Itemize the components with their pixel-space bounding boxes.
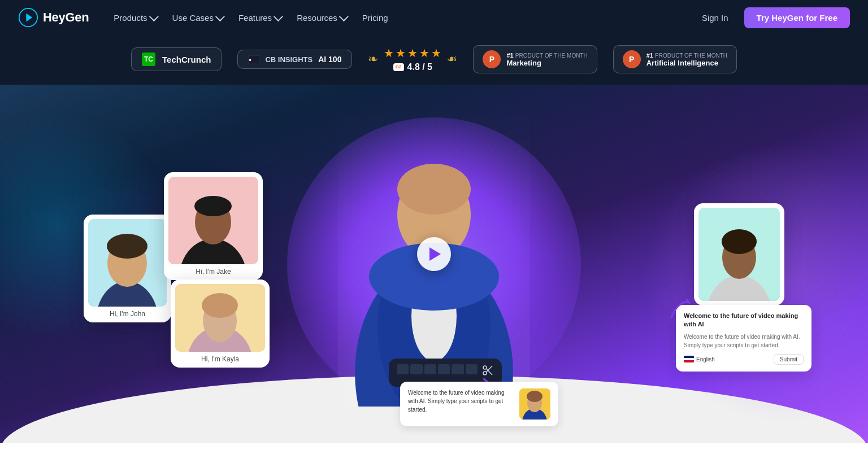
laurel-right-icon: ❧ (447, 52, 457, 67)
badge-text-ai: #1 PRODUCT OF THE MONTH Artificial Intel… (646, 52, 727, 67)
card-bottom-text: Welcome to the future of video making wi… (400, 382, 558, 426)
bottom-card-title: Welcome to the future of video making wi… (408, 388, 514, 414)
product-month-ai-badge: P #1 PRODUCT OF THE MONTH Artificial Int… (613, 45, 737, 73)
laurel-left-icon: ❧ (368, 52, 378, 67)
awards-bar: TC TechCrunch ■ CB INSIGHTS AI 100 ❧ ★ ★… (0, 35, 868, 85)
hero-section: Hi, I'm John Hi, I'm Jake (0, 85, 868, 443)
navbar-nav: Products Use Cases Features Resources Pr… (107, 10, 695, 26)
nav-use-cases[interactable]: Use Cases (166, 10, 229, 26)
logo[interactable]: HeyGen (18, 7, 89, 28)
product-month-marketing-badge: P #1 PRODUCT OF THE MONTH Marketing (473, 45, 597, 73)
right-avatar-image (698, 208, 780, 301)
nav-resources[interactable]: Resources (290, 10, 353, 26)
svg-point-21 (194, 196, 232, 216)
language-selector[interactable]: English (684, 356, 715, 362)
producthunt-icon-2: P (623, 50, 641, 68)
star-icon: ★ (407, 46, 418, 60)
play-triangle-icon (429, 247, 441, 261)
star-icon: ★ (396, 46, 406, 60)
john-avatar-image (88, 219, 167, 307)
nav-features[interactable]: Features (232, 10, 288, 26)
navbar: HeyGen Products Use Cases Features Resou… (0, 0, 868, 35)
john-label: Hi, I'm John (88, 310, 167, 318)
flag-icon (684, 356, 694, 362)
svg-point-15 (107, 234, 147, 259)
film-cell (397, 364, 409, 374)
card-text-right: Welcome to the future of video making wi… (676, 305, 811, 372)
nav-pricing[interactable]: Pricing (355, 10, 395, 26)
techcrunch-badge: TC TechCrunch (131, 47, 222, 71)
svg-marker-1 (26, 14, 32, 21)
features-chevron-icon (274, 12, 283, 21)
star-icon: ★ (431, 46, 441, 60)
star-icon: ★ (384, 46, 394, 60)
kayla-avatar-image (175, 284, 265, 352)
play-button[interactable] (417, 237, 451, 271)
svg-point-26 (202, 293, 238, 318)
bottom-card-content: Welcome to the future of video making wi… (408, 388, 514, 420)
avatar-card-john[interactable]: Hi, I'm John (84, 215, 171, 322)
g2-badge: G2 (393, 63, 404, 71)
svg-point-42 (527, 391, 542, 402)
film-cell (466, 364, 478, 374)
stars-row: ★ ★ ★ ★ ★ (384, 46, 441, 60)
svg-point-31 (722, 229, 757, 254)
svg-marker-33 (685, 298, 691, 304)
film-cell (452, 364, 463, 374)
techcrunch-icon: TC (142, 53, 155, 66)
g2-stars-badge: ❧ ★ ★ ★ ★ ★ G2 4.8 / 5 ❧ (368, 46, 457, 72)
submit-button[interactable]: Submit (774, 354, 804, 365)
svg-line-37 (486, 366, 492, 372)
g2-rating: 4.8 / 5 (407, 62, 432, 72)
avatar-card-right[interactable] (694, 203, 784, 305)
card-text-body: Welcome to the future of video making wi… (684, 333, 804, 349)
use-cases-chevron-icon (215, 12, 225, 21)
svg-line-36 (486, 369, 492, 375)
svg-point-34 (483, 366, 487, 369)
kayla-label: Hi, I'm Kayla (175, 355, 265, 363)
cbinsights-icon: ■ (248, 55, 259, 63)
svg-point-35 (483, 372, 487, 375)
nav-products[interactable]: Products (107, 10, 163, 26)
navbar-actions: Sign In Try HeyGen for Free (695, 7, 850, 28)
cbinsights-badge: ■ CB INSIGHTS AI 100 (237, 50, 352, 69)
avatar-card-kayla[interactable]: Hi, I'm Kayla (171, 279, 270, 368)
producthunt-icon: P (483, 50, 501, 68)
jake-label: Hi, I'm Jake (168, 268, 258, 276)
language-label: English (696, 356, 715, 362)
techcrunch-label: TechCrunch (162, 55, 211, 64)
jake-avatar-image (168, 177, 258, 264)
card-text-title: Welcome to the future of video making wi… (684, 312, 804, 329)
badge-text-marketing: #1 PRODUCT OF THE MONTH Marketing (506, 52, 587, 67)
try-free-button[interactable]: Try HeyGen for Free (744, 7, 850, 28)
star-icon: ★ (419, 46, 429, 60)
avatar-card-jake[interactable]: Hi, I'm Jake (164, 172, 263, 280)
heygen-logo-icon (18, 7, 38, 28)
svg-point-9 (397, 164, 471, 215)
film-cell (410, 364, 422, 374)
card-text-footer: English Submit (684, 354, 804, 365)
film-cell (424, 364, 436, 374)
bottom-card-avatar-thumb (519, 388, 550, 420)
arrow-decoration (666, 295, 694, 325)
film-cell (438, 364, 450, 374)
logo-text: HeyGen (43, 10, 89, 25)
products-chevron-icon (149, 12, 158, 21)
svg-text:■: ■ (249, 58, 251, 62)
sign-in-button[interactable]: Sign In (695, 10, 735, 26)
filmstrip (397, 364, 494, 377)
resources-chevron-icon (339, 12, 349, 21)
scissors-icon (481, 364, 494, 377)
